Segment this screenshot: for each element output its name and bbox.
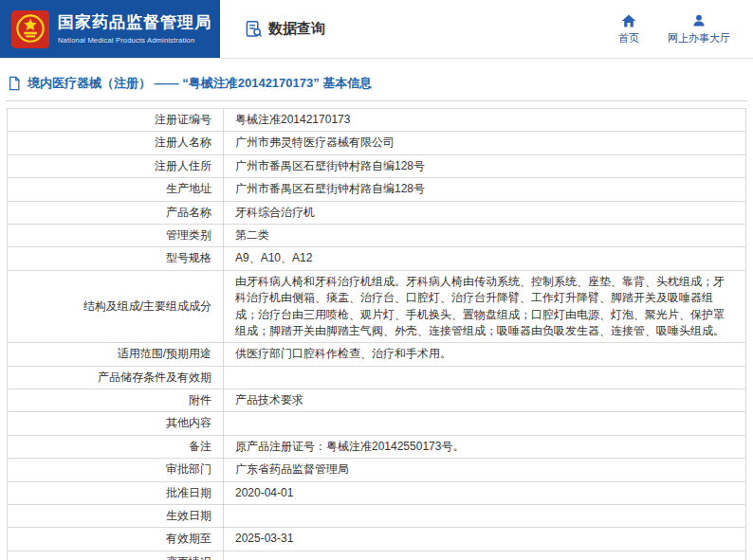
brand-block[interactable]: 国家药品监督管理局 National Medical Products Admi… [0,0,220,58]
row-label: 附件 [8,389,224,412]
row-label: 生产地址 [8,178,224,201]
row-label: 变更情况 [8,551,224,560]
table-row: 生产地址广州市番禺区石壁街钟村路自编128号 [8,178,746,201]
row-label: 适用范围/预期用途 [8,343,224,366]
table-row: 注册人名称广州市弗灵特医疗器械有限公司 [8,132,746,154]
row-label: 结构及组成/主要组成成分 [8,270,224,343]
row-label: 批准日期 [8,481,224,504]
row-label: 注册证编号 [8,109,224,132]
row-label: 有效期至 [8,528,224,551]
nav-home-label: 首页 [618,31,639,45]
table-row: 结构及组成/主要组成成分由牙科病人椅和牙科治疗机组成。牙科病人椅由传动系统、控制… [8,270,746,343]
org-name-en: National Medical Products Administration [58,36,211,45]
table-row: 备注原产品注册证号：粤械注准20142550173号。 [8,435,746,458]
table-row: 适用范围/预期用途供医疗部门口腔科作检查、治疗和手术用。 [8,343,746,366]
data-query-icon [245,20,263,38]
row-label: 管理类别 [8,224,224,246]
info-table-body: 注册证编号粤械注准20142170173注册人名称广州市弗灵特医疗器械有限公司注… [8,109,746,560]
org-name-cn: 国家药品监督管理局 [58,13,211,32]
row-value: 产品技术要求 [224,389,746,412]
table-row: 生效日期 [8,505,746,528]
brand-text: 国家药品监督管理局 National Medical Products Admi… [58,13,211,44]
home-icon [621,13,636,28]
table-row: 管理类别第二类 [8,224,746,246]
row-value: 广州市番禺区石壁街钟村路自编128号 [224,154,746,177]
row-label: 其他内容 [8,412,224,435]
row-label: 型号规格 [8,247,224,270]
row-label: 注册人住所 [8,154,224,177]
row-value: 供医疗部门口腔科作检查、治疗和手术用。 [224,343,746,366]
row-value: 原产品注册证号：粤械注准20142550173号。 [224,435,746,458]
table-row: 审批部门广东省药品监督管理局 [8,459,746,481]
table-row: 附件产品技术要求 [8,389,746,412]
row-value: 广州市番禺区石壁街钟村路自编128号 [224,178,746,201]
row-value: 2025-03-31 [224,528,746,551]
row-value: 2020-04-01 [224,481,746,504]
info-table: 注册证编号粤械注准20142170173注册人名称广州市弗灵特医疗器械有限公司注… [7,108,746,560]
table-row: 型号规格A9、A10、A12 [8,247,746,270]
document-icon [8,76,21,91]
row-label: 注册人名称 [8,132,224,154]
site-header: 国家药品监督管理局 National Medical Products Admi… [0,0,753,59]
row-value [224,366,746,388]
row-value: 广东省药品监督管理局 [224,459,746,481]
row-label: 产品名称 [8,201,224,224]
row-value: 由牙科病人椅和牙科治疗机组成。牙科病人椅由传动系统、控制系统、座垫、靠背、头枕组… [224,270,746,343]
table-row: 变更情况 [8,551,746,560]
nmpa-emblem-logo [11,10,49,48]
nav-service-hall-label: 网上办事大厅 [668,31,730,45]
nav-service-hall[interactable]: 网上办事大厅 [668,13,730,45]
table-row: 其他内容 [8,412,746,435]
row-value: 牙科综合治疗机 [224,201,746,224]
nav-home[interactable]: 首页 [618,13,639,45]
row-label: 备注 [8,435,224,458]
data-query-title: 数据查询 [245,0,325,58]
table-row: 注册证编号粤械注准20142170173 [8,109,746,132]
row-label: 审批部门 [8,459,224,481]
data-query-label: 数据查询 [268,20,325,38]
row-value: A9、A10、A12 [224,247,746,270]
page-title: 境内医疗器械（注册） —— “粤械注准20142170173” 基本信息 [28,75,372,92]
row-value: 第二类 [224,224,746,246]
table-row: 注册人住所广州市番禺区石壁街钟村路自编128号 [8,154,746,177]
row-value [224,505,746,528]
row-value [224,551,746,560]
row-value: 广州市弗灵特医疗器械有限公司 [224,132,746,154]
row-label: 生效日期 [8,505,224,528]
table-row: 有效期至2025-03-31 [8,528,746,551]
table-row: 产品名称牙科综合治疗机 [8,201,746,224]
table-row: 产品储存条件及有效期 [8,366,746,388]
row-value [224,412,746,435]
row-value: 粤械注准20142170173 [224,109,746,132]
breadcrumb: 境内医疗器械（注册） —— “粤械注准20142170173” 基本信息 [6,59,747,101]
person-icon [691,13,707,28]
row-label: 产品储存条件及有效期 [8,366,224,388]
table-row: 批准日期2020-04-01 [8,481,746,504]
top-nav: 首页 网上办事大厅 [618,0,753,58]
